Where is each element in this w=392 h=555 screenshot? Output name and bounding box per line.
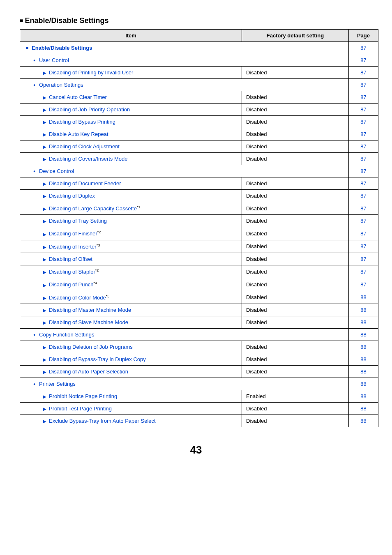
page-link[interactable]: 87 — [360, 143, 366, 150]
page-link[interactable]: 88 — [360, 418, 366, 424]
page-number: 43 — [20, 444, 372, 456]
page-link[interactable]: 87 — [360, 168, 366, 174]
page-link[interactable]: 87 — [360, 243, 366, 249]
item-link[interactable]: Device Control — [39, 168, 74, 174]
footnote-ref: *2 — [97, 230, 101, 234]
item-link[interactable]: Disable Auto Key Repeat — [49, 131, 108, 137]
page-link[interactable]: 87 — [360, 57, 366, 63]
tri-icon: ▶ — [43, 194, 49, 198]
page-link[interactable]: 87 — [360, 131, 366, 137]
item-link[interactable]: Prohibit Notice Page Printing — [49, 393, 117, 399]
page-cell: 88 — [349, 304, 378, 316]
item-cell: ▶Prohibit Notice Page Printing — [20, 390, 242, 402]
item-link[interactable]: Disabling of Job Priority Operation — [49, 106, 130, 113]
page-link[interactable]: 87 — [360, 69, 366, 76]
item-link[interactable]: Disabling of Master Machine Mode — [49, 307, 131, 313]
item-link[interactable]: Disabling of Color Mode — [49, 295, 106, 301]
item-link[interactable]: Disabling of Bypass Printing — [49, 119, 115, 125]
page-link[interactable]: 87 — [360, 218, 366, 224]
factory-default-cell: Disabled — [242, 304, 349, 316]
item-cell: ■Enable/Disable Settings — [20, 42, 349, 54]
tri-icon: ▶ — [43, 120, 49, 124]
page-link[interactable]: 88 — [360, 368, 366, 375]
table-row: ▶Prohibit Test Page PrintingDisabled88 — [20, 402, 378, 415]
item-link[interactable]: Disabling of Printing by Invalid User — [49, 69, 133, 76]
table-row: ▶Disabling of Punch*4Disabled87 — [20, 278, 378, 291]
page-link[interactable]: 87 — [360, 156, 366, 162]
item-link[interactable]: Printer Settings — [39, 381, 76, 387]
item-link[interactable]: Disabling of Slave Machine Mode — [49, 319, 128, 325]
item-link[interactable]: User Control — [39, 57, 69, 63]
factory-default-cell: Disabled — [242, 91, 349, 104]
item-link[interactable]: Prohibit Test Page Printing — [49, 405, 112, 412]
item-cell: ▶Disabling of Document Feeder — [20, 177, 242, 190]
item-link[interactable]: Disabling of Bypass-Tray in Duplex Copy — [49, 356, 146, 362]
tri-icon: ▶ — [43, 419, 49, 424]
item-link[interactable]: Disabling of Duplex — [49, 193, 95, 199]
page-cell: 88 — [349, 390, 378, 402]
factory-default-cell: Disabled — [242, 402, 349, 415]
page-cell: 87 — [349, 67, 378, 79]
page-link[interactable]: 88 — [360, 405, 366, 412]
item-link[interactable]: Disabling of Offset — [49, 256, 92, 262]
item-link[interactable]: Enable/Disable Settings — [32, 45, 92, 51]
page-link[interactable]: 87 — [360, 82, 366, 88]
factory-default-cell: Disabled — [242, 202, 349, 215]
dot-icon: ● — [33, 58, 39, 62]
tri-icon: ▶ — [43, 283, 49, 288]
page-link[interactable]: 87 — [360, 193, 366, 199]
tri-icon: ▶ — [43, 394, 49, 399]
item-link[interactable]: Disabling of Stapler — [49, 269, 95, 275]
page-link[interactable]: 87 — [360, 281, 366, 288]
item-link[interactable]: Disabling of Finisher — [49, 231, 97, 237]
page-link[interactable]: 87 — [360, 256, 366, 262]
item-link[interactable]: Disabling of Clock Adjustment — [49, 143, 120, 150]
page-cell: 88 — [349, 378, 378, 390]
table-row: ▶Disabling of Master Machine ModeDisable… — [20, 304, 378, 316]
factory-default-cell: Disabled — [242, 177, 349, 190]
item-link[interactable]: Exclude Bypass-Tray from Auto Paper Sele… — [49, 418, 156, 424]
page-link[interactable]: 88 — [360, 319, 366, 325]
item-link[interactable]: Disabling of Document Feeder — [49, 180, 121, 187]
item-cell: ▶Disabling of Inserter*3 — [20, 240, 242, 253]
tri-icon: ▶ — [43, 370, 49, 374]
page-cell: 88 — [349, 341, 378, 353]
item-link[interactable]: Disabling of Punch — [49, 282, 93, 288]
footnote-ref: *4 — [93, 281, 97, 285]
page-link[interactable]: 88 — [360, 307, 366, 313]
item-cell: ▶Disabling of Master Machine Mode — [20, 304, 242, 316]
factory-default-cell: Disabled — [242, 253, 349, 265]
page-link[interactable]: 88 — [360, 356, 366, 362]
page-cell: 87 — [349, 227, 378, 240]
page-link[interactable]: 88 — [360, 381, 366, 387]
item-link[interactable]: Disabling of Inserter — [49, 244, 97, 250]
tri-icon: ▶ — [43, 308, 49, 313]
page-link[interactable]: 87 — [360, 106, 366, 113]
item-link[interactable]: Disabling of Auto Paper Selection — [49, 368, 128, 375]
page-link[interactable]: 87 — [360, 45, 366, 51]
page-link[interactable]: 88 — [360, 344, 366, 350]
page-link[interactable]: 87 — [360, 230, 366, 237]
item-cell: ●Operation Settings — [20, 79, 349, 91]
page-cell: 87 — [349, 153, 378, 165]
item-link[interactable]: Copy Function Settings — [39, 332, 94, 338]
page-link[interactable]: 87 — [360, 269, 366, 275]
tri-icon: ▶ — [43, 71, 49, 75]
page-cell: 87 — [349, 128, 378, 140]
page-link[interactable]: 87 — [360, 119, 366, 125]
page-link[interactable]: 88 — [360, 393, 366, 399]
page-link[interactable]: 88 — [360, 294, 366, 300]
item-link[interactable]: Operation Settings — [39, 82, 83, 88]
item-link[interactable]: Cancel Auto Clear Timer — [49, 94, 107, 100]
item-link[interactable]: Disabling Deletion of Job Programs — [49, 344, 133, 350]
item-link[interactable]: Disabling of Large Capacity Cassette — [49, 205, 137, 212]
page-link[interactable]: 87 — [360, 180, 366, 187]
table-row: ▶Disabling of OffsetDisabled87 — [20, 253, 378, 265]
item-link[interactable]: Disabling of Tray Setting — [49, 218, 107, 224]
page-link[interactable]: 87 — [360, 205, 366, 212]
item-link[interactable]: Disabling of Covers/Inserts Mode — [49, 156, 127, 162]
factory-default-cell: Disabled — [242, 415, 349, 427]
page-link[interactable]: 88 — [360, 332, 366, 338]
page-link[interactable]: 87 — [360, 94, 366, 100]
item-cell: ▶Disabling of Stapler*2 — [20, 265, 242, 278]
